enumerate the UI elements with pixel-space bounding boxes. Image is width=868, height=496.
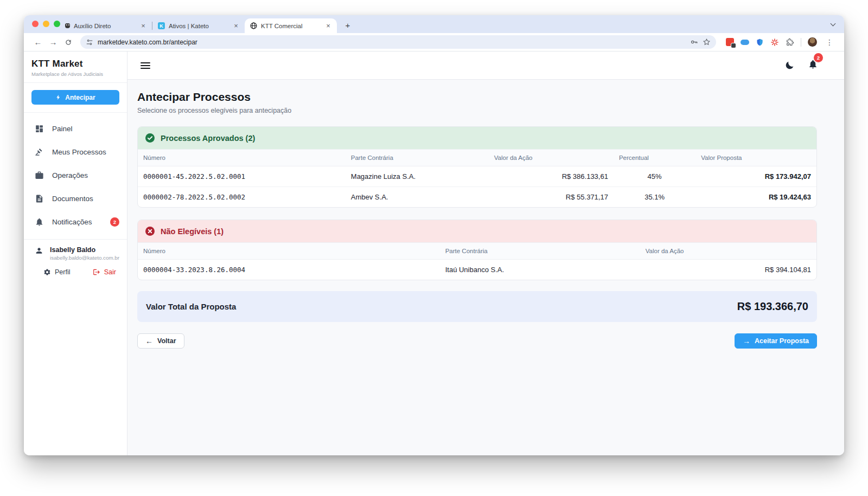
ineligible-card-header: Não Elegíveis (1) — [138, 220, 816, 242]
starburst-extension-icon[interactable] — [770, 38, 779, 47]
browser-menu-icon[interactable]: ⋮ — [824, 38, 835, 47]
approved-table-body: 0000001-45.2022.5.02.0001Magazine Luiza … — [138, 166, 816, 207]
user-icon — [35, 246, 43, 255]
table-cell-proposta: R$ 19.424,63 — [695, 187, 816, 207]
approved-card-header: Processos Aprovados (2) — [138, 127, 816, 149]
user-name: Isabelly Baldo — [50, 246, 119, 254]
url-text[interactable]: marketdev.kateto.com.br/antecipar — [98, 38, 686, 46]
arrow-right-icon: → — [743, 337, 750, 345]
table-cell-proposta: R$ 173.942,07 — [695, 166, 816, 186]
address-bar[interactable]: marketdev.kateto.com.br/antecipar — [80, 35, 716, 49]
ineligible-card: Não Elegíveis (1) NúmeroParte ContráriaV… — [137, 220, 817, 280]
column-header: Parte Contrária — [346, 150, 489, 166]
table-cell-numero: 0000002-78.2022.5.02.0002 — [138, 187, 346, 207]
reload-button[interactable] — [62, 36, 75, 49]
menu-icon[interactable] — [141, 62, 150, 69]
tab-ativos-kateto[interactable]: K Ativos | Kateto × — [152, 18, 245, 33]
table-cell-valor: R$ 386.133,61 — [489, 166, 614, 186]
toolbar-divider — [801, 38, 801, 47]
bookmark-star-icon[interactable] — [703, 38, 711, 46]
lightning-icon — [55, 94, 61, 101]
logout-icon — [93, 268, 100, 276]
notifications-bell-button[interactable]: 2 — [808, 59, 818, 72]
user-email: isabelly.baldo@kateto.com.br — [50, 255, 119, 261]
voltar-button[interactable]: ← Voltar — [137, 333, 184, 349]
table-row[interactable]: 0000001-45.2022.5.02.0001Magazine Luiza … — [138, 166, 816, 186]
notifications-badge: 2 — [110, 217, 119, 227]
table-cell-valor: R$ 394.104,81 — [640, 260, 816, 280]
table-cell-percentual: 35.1% — [614, 187, 695, 207]
table-cell-parte: Ambev S.A. — [346, 187, 489, 207]
blue-oval-extension-icon[interactable] — [741, 40, 749, 45]
sidebar-item-meus-processos[interactable]: Meus Processos — [24, 140, 127, 164]
kateto-favicon: K — [158, 22, 165, 29]
table-cell-numero: 0000001-45.2022.5.02.0001 — [138, 166, 346, 186]
sidebar: KTT Market Marketplace de Ativos Judicia… — [24, 51, 127, 455]
auxilio-direto-favicon — [65, 23, 70, 28]
extensions-area: ⋮ — [723, 37, 839, 47]
aceitar-proposta-button[interactable]: → Aceitar Proposta — [735, 333, 817, 349]
gear-icon — [43, 268, 51, 276]
column-header: Número — [138, 243, 440, 259]
sidebar-item-painel[interactable]: Painel — [24, 117, 127, 140]
browser-toolbar: ← → marketdev.kateto.com.br/antecipar — [24, 33, 844, 51]
topbar: 2 — [127, 51, 844, 80]
tab-search-button[interactable] — [828, 20, 838, 29]
new-tab-button[interactable]: + — [342, 20, 353, 31]
briefcase-icon — [35, 171, 44, 180]
bell-icon — [35, 217, 44, 227]
column-header: Valor da Ação — [489, 150, 614, 166]
brand-subtitle: Marketplace de Ativos Judiciais — [31, 71, 119, 77]
window-controls — [32, 21, 60, 27]
page-title: Antecipar Processos — [137, 91, 817, 104]
back-button[interactable]: ← — [31, 36, 44, 49]
document-icon — [35, 194, 44, 203]
ineligible-section-title: Não Elegíveis (1) — [161, 227, 224, 236]
total-label: Valor Total da Proposta — [146, 302, 236, 311]
tab-title: Auxílio Direto — [74, 23, 135, 29]
table-row[interactable]: 0000002-78.2022.5.02.0002Ambev S.A.R$ 55… — [138, 186, 816, 207]
approved-table-header: NúmeroParte ContráriaValor da AçãoPercen… — [138, 149, 816, 166]
close-tab-icon[interactable]: × — [324, 22, 333, 30]
column-header: Valor Proposta — [695, 150, 816, 166]
close-window-button[interactable] — [32, 21, 39, 27]
ineligible-table-body: 0000004-33.2023.8.26.0004Itaú Unibanco S… — [138, 260, 816, 280]
close-tab-icon[interactable]: × — [232, 22, 240, 30]
ineligible-table-header: NúmeroParte ContráriaValor da Ação — [138, 242, 816, 260]
dashboard-icon — [35, 124, 44, 133]
sidebar-item-documentos[interactable]: Documentos — [24, 187, 127, 210]
table-cell-valor: R$ 55.371,17 — [489, 187, 614, 207]
user-section: Isabelly Baldo isabelly.baldo@kateto.com… — [24, 239, 127, 281]
tab-auxilio-direto[interactable]: Auxílio Direto × — [60, 18, 152, 33]
approved-section-title: Processos Aprovados (2) — [161, 134, 255, 143]
topbar-notification-badge: 2 — [814, 53, 823, 62]
sidebar-item-operacoes[interactable]: Operações — [24, 164, 127, 187]
table-cell-percentual: 45% — [614, 166, 695, 186]
check-circle-icon — [145, 133, 155, 143]
adobe-extension-icon[interactable] — [726, 38, 734, 46]
brand-block: KTT Market Marketplace de Ativos Judicia… — [24, 51, 127, 83]
minimize-window-button[interactable] — [43, 21, 49, 27]
sidebar-item-notificacoes[interactable]: Notificações 2 — [24, 210, 127, 234]
approved-card: Processos Aprovados (2) NúmeroParte Cont… — [137, 126, 817, 208]
browser-profile-avatar[interactable] — [808, 37, 817, 47]
shield-extension-icon[interactable] — [756, 38, 764, 47]
table-row: 0000004-33.2023.8.26.0004Itaú Unibanco S… — [138, 260, 816, 280]
total-proposal-box: Valor Total da Proposta R$ 193.366,70 — [137, 291, 817, 322]
arrow-left-icon: ← — [145, 337, 153, 345]
chevron-down-icon — [830, 21, 835, 27]
tab-ktt-comercial[interactable]: KTT Comercial × — [245, 18, 337, 33]
close-tab-icon[interactable]: × — [139, 22, 148, 30]
dark-mode-moon-icon[interactable] — [784, 60, 795, 70]
x-circle-icon — [145, 227, 155, 236]
extensions-puzzle-icon[interactable] — [786, 38, 794, 47]
perfil-button[interactable]: Perfil — [43, 268, 70, 276]
password-key-icon[interactable] — [690, 38, 698, 46]
sair-button[interactable]: Sair — [93, 268, 116, 276]
site-info-icon[interactable] — [86, 38, 93, 46]
forward-button[interactable]: → — [47, 36, 60, 49]
tab-title: KTT Comercial — [261, 23, 320, 29]
column-header: Valor da Ação — [640, 243, 816, 259]
antecipar-button[interactable]: Antecipar — [31, 90, 119, 105]
total-value: R$ 193.366,70 — [737, 300, 808, 313]
